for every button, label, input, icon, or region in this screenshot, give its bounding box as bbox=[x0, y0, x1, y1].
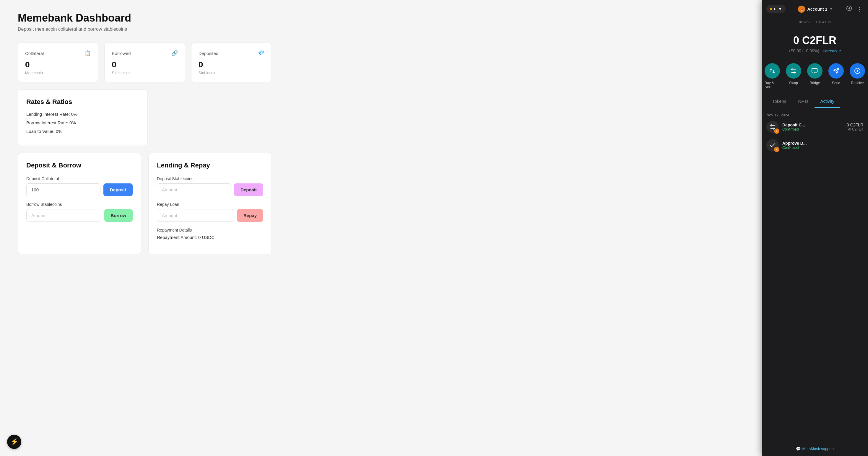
collateral-icon: 📋 bbox=[85, 50, 91, 56]
stat-card-header-deposited: Deposited 💎 bbox=[198, 50, 265, 56]
mm-copy-icon[interactable]: ⧉ bbox=[828, 20, 831, 24]
collateral-value: 0 bbox=[25, 60, 91, 69]
mm-balance-amount: 0 C2FLR bbox=[766, 34, 863, 47]
svg-text:🦊: 🦊 bbox=[800, 7, 804, 11]
mm-receive-circle bbox=[850, 63, 865, 78]
mm-send-label: Send bbox=[832, 81, 840, 85]
mm-swap-circle bbox=[786, 63, 801, 78]
mm-network-label: F bbox=[774, 7, 776, 11]
deposit-stablecoins-row: Deposit bbox=[157, 184, 263, 196]
mm-support-link[interactable]: 💬 MetaMask support bbox=[762, 441, 868, 456]
collateral-unit: Memecoin bbox=[25, 71, 91, 75]
deposited-label: Deposited bbox=[198, 51, 219, 56]
lending-repay-title: Lending & Repay bbox=[157, 162, 263, 169]
mm-tx-name-0: Deposit C... bbox=[782, 123, 842, 127]
borrow-stablecoins-group: Borrow Stablecoins Borrow bbox=[26, 202, 133, 222]
mm-tx-item-0[interactable]: F Deposit C... Confirmed -0 C2FLR -0 C2F… bbox=[766, 121, 863, 133]
repayment-details-group: Repayment Details Repayment Amount: 0 US… bbox=[157, 228, 263, 240]
mm-date-label: Nov 17, 2024 bbox=[766, 113, 863, 117]
mm-account-name: Account 1 bbox=[807, 7, 828, 11]
repay-loan-input[interactable] bbox=[157, 209, 234, 222]
borrowed-icon: 🔗 bbox=[172, 50, 178, 56]
mm-tx-icon-0: F bbox=[766, 121, 779, 133]
mm-tx-name-1: Approve D... bbox=[782, 141, 860, 145]
deposit-button[interactable]: Deposit bbox=[103, 184, 133, 196]
deposit-stablecoins-input[interactable] bbox=[157, 184, 231, 196]
mm-network-chevron: ▼ bbox=[778, 7, 782, 11]
wallet-button[interactable]: ⚡ bbox=[7, 435, 21, 449]
deposit-collateral-group: Deposit Collateral Deposit bbox=[26, 176, 133, 196]
mm-network-badge[interactable]: F ▼ bbox=[766, 5, 785, 13]
mm-tx-avatar-1: F bbox=[774, 147, 779, 152]
mm-tabs: Tokens NFTs Activity bbox=[762, 95, 868, 108]
repay-loan-row: Repay bbox=[157, 209, 263, 222]
mm-tx-amount-0: -0 C2FLR bbox=[845, 123, 863, 127]
mm-action-buy-sell[interactable]: Buy & Sell bbox=[765, 63, 780, 89]
mm-tx-amounts-0: -0 C2FLR -0 C2FLR bbox=[845, 123, 863, 131]
repayment-details-label: Repayment Details bbox=[157, 228, 263, 232]
deposited-value: 0 bbox=[198, 60, 265, 69]
stat-card-header: Collateral 📋 bbox=[25, 50, 91, 56]
repayment-amount: Repayment Amount: 0 USDC bbox=[157, 235, 263, 240]
stat-card-borrowed: Borrowed 🔗 0 Stablecoin bbox=[104, 42, 185, 83]
borrowed-value: 0 bbox=[112, 60, 178, 69]
mm-portfolio-label: Portfolio bbox=[823, 49, 837, 53]
borrow-stablecoins-row: Borrow bbox=[26, 209, 133, 222]
mm-tab-tokens[interactable]: Tokens bbox=[766, 95, 793, 108]
mm-balance-section: 0 C2FLR +$0.00 (+0.00%) Portfolio ↗ bbox=[762, 28, 868, 57]
mm-portfolio-link[interactable]: Portfolio ↗ bbox=[823, 49, 841, 53]
mm-fox-icon: 🦊 bbox=[798, 6, 805, 13]
deposit-borrow-title: Deposit & Borrow bbox=[26, 162, 133, 169]
page-subtitle: Deposit memecoin collateral and borrow s… bbox=[18, 27, 272, 32]
lending-deposit-button[interactable]: Deposit bbox=[234, 184, 263, 196]
mm-account-chevron: ▼ bbox=[830, 7, 833, 11]
mm-tx-avatar-0: F bbox=[774, 128, 779, 134]
mm-address: 0x3253E...C1341 bbox=[799, 20, 826, 24]
metamask-popup: F ▼ 🦊 Account 1 ▼ ⋮ 0x3253E bbox=[762, 0, 868, 456]
borrowed-unit: Stablecoin bbox=[112, 71, 178, 75]
mm-more-icon-btn[interactable]: ⋮ bbox=[856, 5, 863, 13]
mm-support-text[interactable]: 💬 MetaMask support bbox=[796, 447, 834, 451]
panels-row: Deposit & Borrow Deposit Collateral Depo… bbox=[18, 153, 272, 254]
mm-header: F ▼ 🦊 Account 1 ▼ ⋮ bbox=[762, 0, 868, 18]
borrow-button[interactable]: Borrow bbox=[104, 209, 133, 222]
ltv-rate: Loan to Value: 0% bbox=[26, 129, 139, 134]
deposit-collateral-input[interactable] bbox=[26, 184, 100, 196]
mm-bridge-circle bbox=[807, 63, 823, 78]
mm-tx-item-1[interactable]: F Approve D... Confirmed bbox=[766, 139, 863, 152]
deposit-borrow-panel: Deposit & Borrow Deposit Collateral Depo… bbox=[18, 153, 141, 254]
mm-balance-fiat: +$0.00 (+0.00%) Portfolio ↗ bbox=[766, 48, 863, 53]
page-title: Memebank Dashboard bbox=[18, 12, 272, 24]
mm-account-section[interactable]: 🦊 Account 1 ▼ bbox=[798, 6, 833, 13]
borrow-rate: Borrow Interest Rate: 0% bbox=[26, 120, 139, 125]
rates-card: Rates & Ratios Lending Interest Rate: 0%… bbox=[18, 90, 148, 146]
mm-tx-status-1: Confirmed bbox=[782, 145, 860, 150]
mm-address-row: 0x3253E...C1341 ⧉ bbox=[762, 18, 868, 28]
mm-action-send[interactable]: Send bbox=[829, 63, 844, 89]
mm-action-swap[interactable]: Swap bbox=[786, 63, 801, 89]
stat-card-header-borrowed: Borrowed 🔗 bbox=[112, 50, 178, 56]
mm-tab-activity[interactable]: Activity bbox=[814, 95, 840, 108]
mm-receive-label: Receive bbox=[851, 81, 864, 85]
repay-button[interactable]: Repay bbox=[237, 209, 263, 222]
main-content: Memebank Dashboard Deposit memecoin coll… bbox=[0, 0, 289, 266]
stat-card-collateral: Collateral 📋 0 Memecoin bbox=[18, 42, 98, 83]
deposit-stablecoins-group: Deposit Stablecoins Deposit bbox=[157, 176, 263, 196]
mm-header-icons: ⋮ bbox=[845, 4, 863, 14]
lending-repay-panel: Lending & Repay Deposit Stablecoins Depo… bbox=[148, 153, 272, 254]
mm-action-bridge[interactable]: Bridge bbox=[807, 63, 823, 89]
wallet-icon: ⚡ bbox=[10, 438, 18, 446]
mm-tx-info-0: Deposit C... Confirmed bbox=[782, 123, 842, 131]
mm-support-icon: 💬 bbox=[796, 447, 801, 451]
borrow-stablecoins-input[interactable] bbox=[26, 209, 101, 222]
mm-tx-info-1: Approve D... Confirmed bbox=[782, 141, 860, 150]
mm-send-icon-btn[interactable] bbox=[845, 4, 853, 14]
deposit-stablecoins-label: Deposit Stablecoins bbox=[157, 176, 263, 181]
mm-action-receive[interactable]: Receive bbox=[850, 63, 865, 89]
mm-tab-nfts[interactable]: NFTs bbox=[793, 95, 814, 108]
mm-tx-icon-1: F bbox=[766, 139, 779, 152]
mm-send-circle bbox=[829, 63, 844, 78]
deposit-collateral-label: Deposit Collateral bbox=[26, 176, 133, 181]
wallet-button-container[interactable]: ⚡ bbox=[7, 435, 21, 449]
mm-tx-amount2-0: -0 C2FLR bbox=[845, 127, 863, 131]
